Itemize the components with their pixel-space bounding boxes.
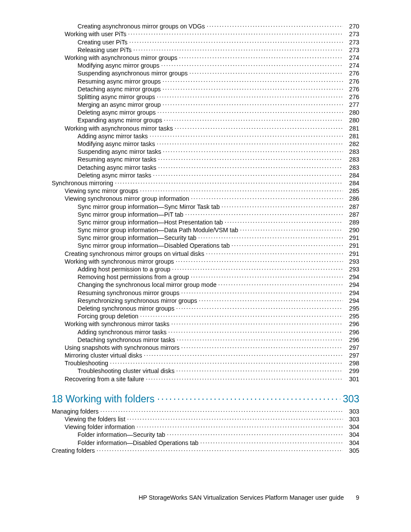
toc-entry-label: Resuming async mirror groups [78, 78, 161, 85]
toc-entry[interactable]: Removing host permissions from a group29… [52, 273, 359, 281]
toc-entry[interactable]: Modifying async mirror groups274 [52, 62, 359, 69]
toc-entry[interactable]: Detaching async mirror groups276 [52, 85, 359, 93]
toc-entry[interactable]: Suspending asynchronous mirror groups276 [52, 69, 359, 77]
toc-entry[interactable]: Sync mirror group information—Data Path … [52, 226, 359, 234]
toc-entry[interactable]: Detaching synchronous mirror tasks296 [52, 336, 359, 344]
toc-entry[interactable]: Troubleshooting cluster virtual disks299 [52, 367, 359, 375]
toc-entry[interactable]: Suspending async mirror tasks283 [52, 148, 359, 156]
leader-dots [185, 211, 343, 217]
toc-entry-page: 298 [345, 359, 359, 367]
toc-entry[interactable]: Changing the synchronous local mirror gr… [52, 281, 359, 289]
toc-entry-label: Detaching synchronous mirror tasks [78, 336, 175, 344]
toc-entry[interactable]: Resuming synchronous mirror groups294 [52, 289, 359, 296]
toc-entry-label: Troubleshooting [65, 359, 108, 367]
toc-entry[interactable]: Modifying async mirror tasks282 [52, 140, 359, 148]
toc-entry-page: 277 [345, 101, 359, 109]
toc-entry[interactable]: Deleting async mirror groups280 [52, 109, 359, 116]
leader-dots [158, 163, 343, 169]
toc-entry[interactable]: Deleting async mirror tasks284 [52, 171, 359, 179]
toc-entry-page: 284 [345, 171, 359, 179]
toc-entry[interactable]: Adding host permission to a group293 [52, 265, 359, 273]
toc-entry[interactable]: Resuming async mirror tasks283 [52, 156, 359, 163]
leader-dots [163, 148, 343, 154]
leader-dots [176, 305, 343, 311]
toc-entry[interactable]: Troubleshooting298 [52, 359, 359, 367]
toc-entry[interactable]: Detaching async mirror tasks283 [52, 163, 359, 171]
toc-entry[interactable]: Working with asynchronous mirror groups2… [52, 54, 359, 62]
toc-entry[interactable]: Working with synchronous mirror tasks296 [52, 320, 359, 328]
toc-entry[interactable]: Forcing group deletion295 [52, 312, 359, 320]
toc-entry[interactable]: Viewing the folders list303 [52, 415, 359, 423]
toc-entry[interactable]: Deleting synchronous mirror groups295 [52, 305, 359, 312]
toc-entry[interactable]: Mirroring cluster virtual disks297 [52, 352, 359, 359]
toc-entry[interactable]: Releasing user PiTs273 [52, 46, 359, 54]
leader-dots [176, 367, 343, 373]
chapter-heading[interactable]: 18 Working with folders 303 [52, 392, 359, 405]
toc-entry[interactable]: Resynchronizing synchronous mirror group… [52, 297, 359, 305]
toc-entry[interactable]: Managing folders303 [52, 408, 359, 415]
toc-entry[interactable]: Sync mirror group information—Sync Mirro… [52, 202, 359, 210]
toc-entry[interactable]: Adding async mirror tasks281 [52, 132, 359, 140]
toc-entry[interactable]: Viewing sync mirror groups285 [52, 187, 359, 195]
toc-entry[interactable]: Using snapshots with synchronous mirrors… [52, 344, 359, 352]
toc-entry[interactable]: Sync mirror group information—PiT tab287 [52, 211, 359, 218]
toc-entry-page: 283 [345, 156, 359, 163]
toc-entry-page: 274 [345, 54, 359, 62]
leader-dots [137, 423, 343, 429]
toc-entry-label: Adding synchronous mirror tasks [78, 328, 167, 336]
toc-entry-page: 280 [345, 116, 359, 124]
leader-dots [157, 140, 343, 146]
toc-entry[interactable]: Merging an async mirror group277 [52, 101, 359, 109]
leader-dots [164, 116, 343, 122]
toc-entry[interactable]: Sync mirror group information—Security t… [52, 234, 359, 242]
toc-entry-label: Detaching async mirror groups [78, 85, 161, 93]
toc-entry[interactable]: Recovering from a site failure301 [52, 375, 359, 383]
toc-entry[interactable]: Viewing folder information304 [52, 423, 359, 431]
toc-entry[interactable]: Working with asynchronous mirror tasks28… [52, 124, 359, 132]
toc-entry-page: 304 [345, 439, 359, 447]
toc-entry[interactable]: Splitting async mirror groups276 [52, 93, 359, 101]
leader-dots [97, 447, 343, 453]
leader-dots [221, 202, 343, 208]
toc-entry-label: Folder information—Security tab [78, 431, 165, 439]
toc-entry-page: 297 [345, 344, 359, 352]
toc-entry-label: Working with synchronous mirror tasks [65, 320, 169, 328]
toc-entry[interactable]: Creating asynchronous mirror groups on V… [52, 22, 359, 30]
toc-entry[interactable]: Expanding async mirror groups280 [52, 116, 359, 124]
toc-entry-label: Viewing synchronous mirror group informa… [65, 195, 189, 202]
toc-entry-label: Changing the synchronous local mirror gr… [78, 281, 217, 289]
toc-entry[interactable]: Folder information—Security tab304 [52, 431, 359, 439]
toc-entry[interactable]: Folder information—Disabled Operations t… [52, 439, 359, 446]
toc-entry[interactable]: Sync mirror group information—Disabled O… [52, 242, 359, 249]
toc-entry-page: 280 [345, 109, 359, 116]
toc-entry[interactable]: Adding synchronous mirror tasks296 [52, 328, 359, 336]
toc-entry[interactable]: Creating folders305 [52, 447, 359, 454]
toc-entry[interactable]: Resuming async mirror groups276 [52, 77, 359, 85]
toc-entry[interactable]: Creating synchronous mirror groups on vi… [52, 249, 359, 257]
leader-dots [207, 22, 343, 28]
leader-dots [206, 249, 343, 255]
toc-entry-label: Resuming synchronous mirror groups [78, 289, 180, 297]
toc-entry-page: 287 [345, 203, 359, 211]
toc-entry-label: Forcing group deletion [78, 312, 138, 320]
toc-entry[interactable]: Synchronous mirroring284 [52, 179, 359, 187]
toc-entry-page: 293 [345, 258, 359, 265]
toc-entry[interactable]: Sync mirror group information—Host Prese… [52, 218, 359, 226]
toc-entry-label: Suspending asynchronous mirror groups [78, 69, 188, 77]
toc-entry-label: Sync mirror group information—Security t… [78, 234, 196, 242]
leader-dots [174, 124, 343, 130]
toc-entry-page: 291 [345, 242, 359, 249]
toc-entry[interactable]: Viewing synchronous mirror group informa… [52, 195, 359, 202]
toc-entry-page: 270 [345, 22, 359, 30]
leader-dots [179, 54, 343, 60]
toc-entry[interactable]: Creating user PiTs273 [52, 38, 359, 46]
toc-entry-page: 276 [345, 93, 359, 101]
toc-entry[interactable]: Working with user PiTs273 [52, 30, 359, 38]
leader-dots [100, 408, 343, 414]
leader-dots [225, 218, 343, 224]
leader-dots [240, 226, 343, 232]
toc-entry[interactable]: Working with synchronous mirror groups29… [52, 258, 359, 265]
footer-page-number: 9 [356, 494, 359, 501]
toc-entry-label: Creating synchronous mirror groups on vi… [65, 250, 204, 258]
leader-dots [177, 336, 343, 342]
